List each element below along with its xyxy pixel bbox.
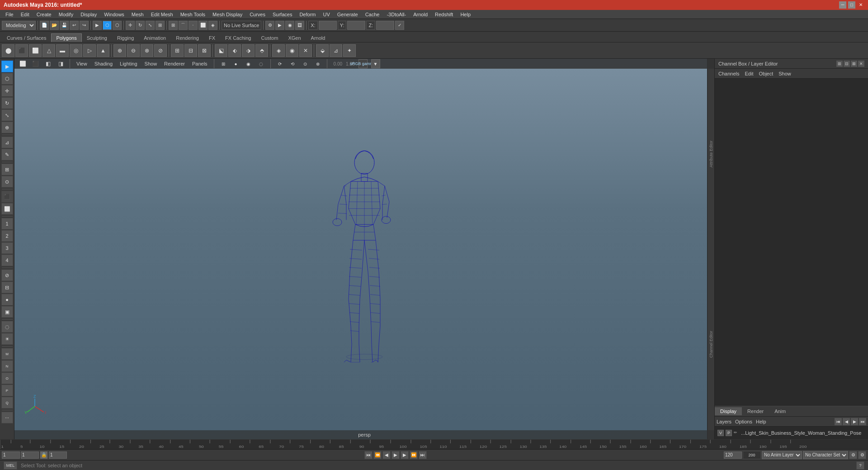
channel-editor-tab[interactable]: Channel Editor bbox=[709, 329, 713, 360]
render-q3[interactable]: 3 bbox=[1, 242, 13, 254]
cb-icon-3[interactable]: ⊠ bbox=[851, 61, 857, 67]
menu-mesh-display[interactable]: Mesh Display bbox=[209, 10, 246, 19]
vp-menu-lighting[interactable]: Lighting bbox=[118, 61, 139, 66]
layers-menu-options[interactable]: Options bbox=[735, 419, 752, 424]
layer-icon-2[interactable]: ◀ bbox=[843, 418, 850, 425]
cb-menu-channels[interactable]: Channels bbox=[717, 71, 741, 76]
layer-v-0[interactable]: V bbox=[717, 430, 724, 436]
render-q1[interactable]: 1 bbox=[1, 218, 13, 230]
menu-edit-mesh[interactable]: Edit Mesh bbox=[147, 10, 177, 19]
snap-grid-button[interactable]: ⊞ bbox=[169, 21, 178, 30]
select-lasso-button[interactable]: ⬡ bbox=[103, 21, 112, 30]
frame-input-2[interactable]: 200 bbox=[743, 451, 761, 459]
tab-polygons[interactable]: Polygons bbox=[51, 33, 81, 42]
anim-layer-select[interactable]: No Anim Layer bbox=[762, 451, 802, 459]
step-fwd-button[interactable]: ▶ bbox=[401, 451, 409, 459]
cb-icon-1[interactable]: ⊞ bbox=[836, 61, 843, 67]
show-render-button[interactable]: 🖼 bbox=[295, 21, 304, 30]
extra-btn1[interactable]: M bbox=[1, 348, 13, 360]
shelf-append-polygon[interactable]: ⬗ bbox=[242, 44, 255, 57]
go-start-button[interactable]: ⏮ bbox=[364, 451, 373, 459]
rotate-tool[interactable]: ↻ bbox=[1, 97, 13, 109]
tab-fx-caching[interactable]: FX Caching bbox=[220, 33, 256, 42]
xray-btn[interactable]: ◌ bbox=[1, 321, 13, 333]
x-input[interactable] bbox=[319, 21, 337, 30]
tab-display[interactable]: Display bbox=[715, 407, 742, 415]
window-controls[interactable]: ─ □ ✕ bbox=[839, 1, 864, 9]
tab-arnold[interactable]: Arnold bbox=[306, 33, 330, 42]
menu-modify[interactable]: Modify bbox=[55, 10, 77, 19]
cb-menu-show[interactable]: Show bbox=[777, 71, 793, 76]
shelf-fill-hole[interactable]: ⊠ bbox=[198, 44, 211, 57]
frame-step-input[interactable] bbox=[49, 451, 67, 459]
render-settings-button[interactable]: ⚙ bbox=[265, 21, 274, 30]
snap-btn[interactable]: ⊞ bbox=[1, 164, 13, 175]
vp-wireframe-btn[interactable]: ⊞ bbox=[219, 59, 228, 68]
layer-icon-4[interactable]: ⏭ bbox=[859, 418, 866, 425]
shelf-plane[interactable]: ▬ bbox=[56, 44, 69, 57]
shelf-offset-loop[interactable]: ⬖ bbox=[228, 44, 241, 57]
move-tool[interactable]: ✛ bbox=[1, 85, 13, 97]
shelf-torus[interactable]: ◎ bbox=[70, 44, 82, 57]
shelf-collapse[interactable]: ◉ bbox=[286, 44, 298, 57]
menu-surfaces[interactable]: Surfaces bbox=[269, 10, 296, 19]
gamma-toggle[interactable]: sRGB gamma bbox=[359, 59, 368, 68]
lock-frame-button[interactable]: 🔒 bbox=[40, 451, 48, 459]
vp-icon1[interactable]: ⬜ bbox=[18, 59, 27, 68]
y-input[interactable] bbox=[347, 21, 365, 30]
shelf-prism[interactable]: ▷ bbox=[83, 44, 96, 57]
menu-help[interactable]: Help bbox=[457, 10, 474, 19]
vp-cam1[interactable]: ⟳ bbox=[275, 59, 284, 68]
move-tool-button[interactable]: ✛ bbox=[126, 21, 135, 30]
snap-point-button[interactable]: · bbox=[189, 21, 198, 30]
shelf-separate[interactable]: ⊖ bbox=[127, 44, 140, 57]
viewport[interactable]: ⬜ ⬛ ◧ ◨ View Shading Lighting Show Rende… bbox=[14, 59, 714, 439]
play-button[interactable]: ▶ bbox=[392, 451, 400, 459]
paint-select-tool[interactable]: ⬡ bbox=[1, 73, 13, 85]
tab-sculpting[interactable]: Sculpting bbox=[82, 33, 112, 42]
shelf-bridge[interactable]: ⊟ bbox=[184, 44, 197, 57]
tab-xgen[interactable]: XGen bbox=[283, 33, 306, 42]
snap-view-button[interactable]: ⬜ bbox=[198, 21, 208, 30]
snap-curve-button[interactable]: ⌒ bbox=[179, 21, 188, 30]
new-scene-button[interactable]: 📄 bbox=[40, 21, 49, 30]
vp-shaded-btn[interactable]: ● bbox=[231, 59, 241, 68]
render-sequence-button[interactable]: ▶ bbox=[275, 21, 284, 30]
undo-button[interactable]: ↩ bbox=[70, 21, 79, 30]
shelf-extract[interactable]: ⊗ bbox=[141, 44, 153, 57]
ipr-render-button[interactable]: ◉ bbox=[285, 21, 294, 30]
menu-deform[interactable]: Deform bbox=[296, 10, 319, 19]
gamma-settings[interactable]: ▼ bbox=[371, 59, 380, 68]
shelf-poke[interactable]: ✦ bbox=[343, 44, 356, 57]
tab-anim[interactable]: Anim bbox=[769, 407, 791, 415]
vp-xray-btn[interactable]: ◌ bbox=[257, 59, 266, 68]
cb-icon-4[interactable]: ✕ bbox=[858, 61, 864, 67]
vp-menu-show[interactable]: Show bbox=[143, 61, 159, 66]
menu-display[interactable]: Display bbox=[77, 10, 100, 19]
layers-menu-help[interactable]: Help bbox=[756, 419, 766, 424]
menu-file[interactable]: File bbox=[2, 10, 17, 19]
start-frame-input[interactable] bbox=[2, 451, 20, 459]
light-btn[interactable]: ☀ bbox=[1, 333, 13, 345]
shelf-add-divisions[interactable]: ⬘ bbox=[255, 44, 268, 57]
layers-menu-layers[interactable]: Layers bbox=[717, 419, 731, 424]
layer-edit-icon-0[interactable]: ✏ bbox=[734, 430, 739, 436]
shelf-merge[interactable]: ◈ bbox=[272, 44, 285, 57]
shelf-cone[interactable]: △ bbox=[42, 44, 55, 57]
tab-custom[interactable]: Custom bbox=[256, 33, 283, 42]
layer-p-0[interactable]: P bbox=[726, 430, 732, 436]
tab-rigging[interactable]: Rigging bbox=[112, 33, 139, 42]
anim-settings-btn[interactable]: ⚙ bbox=[849, 451, 857, 459]
tab-rendering[interactable]: Rendering bbox=[171, 33, 204, 42]
z-input[interactable] bbox=[376, 21, 394, 30]
extra-btn4[interactable]: P bbox=[1, 385, 13, 396]
close-button[interactable]: ✕ bbox=[857, 1, 864, 9]
isolate-select[interactable]: ⊘ bbox=[1, 269, 13, 281]
shelf-cube[interactable]: ⬛ bbox=[15, 44, 28, 57]
lasso-tool[interactable]: ⊿ bbox=[1, 136, 13, 148]
playback-settings-btn[interactable]: ⚙ bbox=[858, 451, 866, 459]
layer-icon-1[interactable]: ⏮ bbox=[835, 418, 842, 425]
menu-mesh[interactable]: Mesh bbox=[128, 10, 147, 19]
help-btn[interactable]: ? bbox=[856, 461, 864, 470]
shelf-insert-loop[interactable]: ⬕ bbox=[215, 44, 227, 57]
